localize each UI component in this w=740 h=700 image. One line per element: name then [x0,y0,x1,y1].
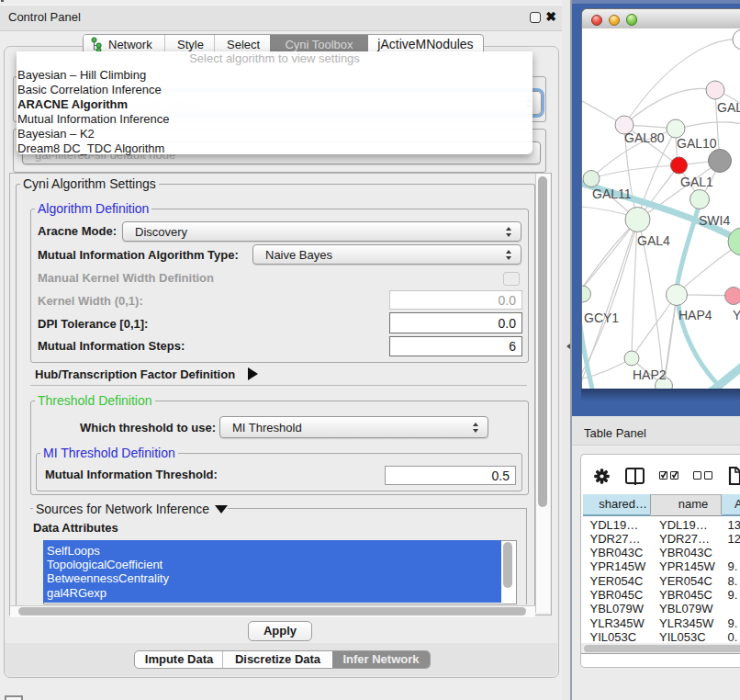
svg-text:GCY1: GCY1 [584,310,619,325]
svg-text:GAL10: GAL10 [677,136,717,151]
svg-text:GAL1: GAL1 [680,175,713,189]
svg-text:HAP2: HAP2 [633,367,667,382]
svg-text:YM: YM [733,308,740,322]
svg-text:GAL80: GAL80 [624,130,665,145]
svg-text:GAL4: GAL4 [637,233,670,248]
svg-text:SWI4: SWI4 [699,213,730,228]
svg-text:GAL11: GAL11 [592,186,632,201]
svg-text:HAP4: HAP4 [678,308,712,322]
svg-text:GAL2: GAL2 [717,100,740,115]
